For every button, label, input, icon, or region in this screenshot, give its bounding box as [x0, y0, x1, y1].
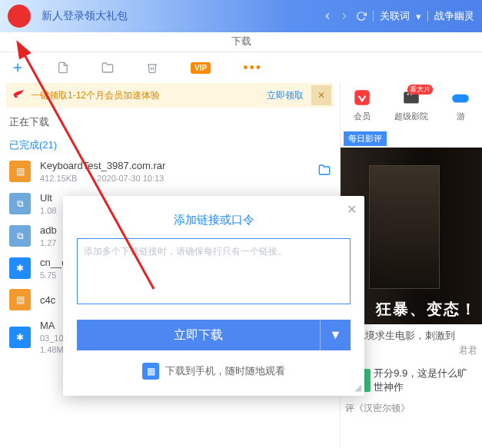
cat-badge: 看大片 [407, 85, 433, 95]
qr-icon[interactable]: ▦ [142, 363, 159, 380]
cat-label: 超级影院 [394, 111, 428, 122]
status-completed[interactable]: 已完成(21) [0, 132, 340, 155]
open-folder-icon[interactable] [318, 164, 331, 179]
cat-label: 游 [457, 111, 465, 122]
add-icon[interactable] [11, 61, 25, 75]
nav-back-icon[interactable] [322, 11, 333, 22]
add-link-modal: ✕ 添加链接或口令 立即下载 ▼ ▦ 下载到手机，随时随地观看 ◢ [63, 196, 364, 396]
more-icon[interactable]: ••• [243, 60, 262, 76]
close-icon[interactable]: ✕ [347, 202, 357, 217]
list-item[interactable]: ▤ KeyboardTest_3987.com.rar 412.15KB2020… [0, 155, 340, 187]
divider [373, 11, 374, 22]
file-type-icon: ⧉ [9, 225, 31, 247]
modal-foot-text[interactable]: 下载到手机，随时随地观看 [165, 364, 285, 378]
cat-member[interactable]: 会员 [352, 88, 372, 122]
promo-bar: 一键领取1-12个月会员加速体验 立即领取 ✕ [6, 83, 334, 108]
cat-cinema[interactable]: 看大片 超级影院 [394, 88, 428, 122]
review-line-2[interactable]: 开分9.9，这是什么旷世神作 [374, 367, 477, 394]
review-subtitle: 评《汉密尔顿》 [341, 397, 482, 416]
preview-caption: 狂暴、变态！ [371, 294, 482, 324]
promo-get-button[interactable]: 立即领取 [259, 89, 311, 102]
keyword-label[interactable]: 关联词 [380, 9, 410, 23]
cat-label: 会员 [354, 111, 371, 122]
file-icon[interactable] [57, 61, 69, 74]
nav-refresh-icon[interactable] [356, 11, 367, 22]
vip-badge[interactable]: VIP [191, 62, 211, 74]
folder-icon[interactable] [101, 61, 114, 74]
modal-title: 添加链接或口令 [77, 213, 351, 227]
file-type-icon: ⧉ [9, 193, 31, 214]
link-input[interactable] [77, 238, 351, 304]
divider [427, 11, 428, 22]
file-name: KeyboardTest_3987.com.rar [40, 160, 309, 171]
status-downloading: 正在下载 [0, 112, 340, 132]
download-dropdown-button[interactable]: ▼ [320, 320, 351, 350]
cat-game[interactable]: 游 [450, 88, 470, 122]
promo-close-button[interactable]: ✕ [311, 85, 331, 105]
file-type-icon: ✱ [9, 327, 31, 348]
bird-icon [12, 88, 25, 103]
trash-icon[interactable] [146, 61, 158, 74]
file-type-icon: ▤ [9, 161, 31, 182]
avatar-dot [8, 5, 31, 28]
tab-download[interactable]: 下载 [221, 35, 262, 51]
login-bonus-msg[interactable]: 新人登录领大礼包 [42, 9, 128, 23]
file-type-icon: ▤ [9, 289, 31, 310]
chevron-down-icon[interactable]: ▾ [416, 11, 421, 22]
nav-forward-icon[interactable] [339, 11, 350, 22]
download-button[interactable]: 立即下载 [77, 320, 320, 350]
daily-review-tag[interactable]: 每日影评 [344, 131, 387, 146]
file-type-icon: ✱ [9, 257, 31, 279]
game-name[interactable]: 战争幽灵 [434, 9, 474, 23]
svg-rect-2 [354, 90, 370, 105]
svg-rect-6 [452, 95, 469, 103]
svg-point-4 [407, 94, 409, 95]
promo-text[interactable]: 一键领取1-12个月会员加速体验 [31, 89, 259, 102]
resize-handle-icon[interactable]: ◢ [354, 382, 361, 393]
